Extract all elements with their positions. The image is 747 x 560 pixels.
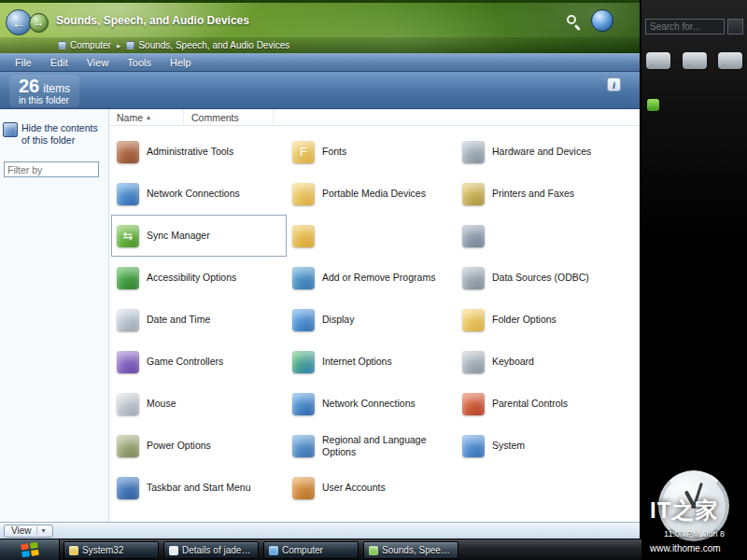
control-panel-item-display[interactable]: Display [287, 299, 457, 341]
printers-faxes-icon [462, 183, 485, 205]
control-panel-item-regional-and-language-options[interactable]: Regional and Language Options [287, 425, 457, 467]
chat-bubble-icon[interactable] [718, 52, 742, 69]
control-panel-item-network-connections[interactable]: Network Connections [111, 173, 287, 215]
display-icon [292, 309, 315, 331]
control-panel-item-label: User Accounts [322, 482, 386, 493]
control-panel-item-label: Administrative Tools [147, 146, 233, 157]
column-name-label: Name [117, 112, 143, 123]
globe-button[interactable] [591, 9, 613, 32]
sidebar-search-go-button[interactable] [727, 19, 743, 35]
network-connections-icon [292, 393, 315, 415]
view-button-label: View [11, 525, 32, 536]
sounds-speech-and-audio-devices-icon [126, 41, 134, 49]
control-panel-item-administrative-tools[interactable]: Administrative Tools [111, 131, 287, 173]
game-controllers-icon [117, 351, 139, 373]
sidebar-search-input[interactable] [645, 19, 725, 35]
control-panel-item-add-or-remove-programs[interactable]: Add or Remove Programs [287, 257, 457, 299]
control-panel-item-label: Date and Time [147, 314, 210, 325]
control-panel-item-label: Fonts [322, 146, 346, 157]
control-panel-item-fonts[interactable]: FFonts [287, 131, 457, 173]
breadcrumb-item-computer[interactable]: Computer [58, 40, 111, 50]
control-panel-item-network-connections[interactable]: Network Connections [287, 383, 457, 425]
info-button[interactable]: i [607, 77, 621, 91]
control-panel-item-label: Game Controllers [147, 356, 223, 367]
menu-file[interactable]: File [6, 55, 41, 70]
menu-bar: FileEditViewToolsHelp [0, 53, 640, 72]
control-panel-item-portable-media-devices[interactable]: Portable Media Devices [287, 173, 457, 215]
filter-input[interactable] [4, 161, 99, 177]
user-accounts-icon [292, 477, 315, 499]
start-button[interactable] [0, 539, 60, 560]
taskbar-button-computer[interactable]: Computer [263, 541, 359, 559]
control-panel-item-user-accounts[interactable]: User Accounts [287, 467, 457, 509]
item-count-unit: items [43, 82, 70, 95]
taskbar-button-system32[interactable]: System32 [63, 541, 159, 559]
control-panel-item-printers-and-faxes[interactable]: Printers and Faxes [457, 173, 640, 215]
column-headers: Name ▴ Comments [109, 109, 640, 126]
control-panel-grid: Administrative ToolsFFontsHardware and D… [109, 126, 640, 509]
item-count-block: 26items in this folder [9, 75, 79, 107]
network-connections-icon [117, 183, 139, 205]
column-header-name[interactable]: Name ▴ [109, 109, 184, 125]
search-icon[interactable] [567, 15, 582, 30]
messenger-buddy-icon[interactable] [647, 99, 659, 111]
taskbar-start-menu-icon [117, 477, 139, 499]
watermark-url: www.ithome.com [650, 543, 721, 553]
item-count: 26 [19, 76, 39, 96]
control-panel-item-unlabeled[interactable] [287, 215, 457, 257]
column-comments-label: Comments [191, 112, 239, 123]
internet-options-icon [292, 351, 315, 373]
dropdown-arrow-icon: ▾ [36, 526, 46, 535]
hardware-devices-icon [462, 141, 485, 163]
control-panel-item-power-options[interactable]: Power Options [111, 425, 287, 467]
control-panel-item-taskbar-and-start-menu[interactable]: Taskbar and Start Menu [111, 467, 287, 509]
control-panel-item-accessibility-options[interactable]: Accessibility Options [111, 257, 287, 299]
system32-icon [69, 546, 78, 555]
view-button[interactable]: View ▾ [4, 525, 53, 538]
control-panel-item-hardware-and-devices[interactable]: Hardware and Devices [457, 131, 640, 173]
chat-bubble-icon[interactable] [646, 52, 670, 69]
clock-caption: 11:03 PM, Jun 8 [641, 529, 747, 539]
control-panel-item-game-controllers[interactable]: Game Controllers [111, 341, 287, 383]
forward-button[interactable]: → [29, 13, 49, 33]
control-panel-item-label: Portable Media Devices [322, 188, 426, 199]
desktop-sidebar: IT之家 11:03 PM, Jun 8 www.ithome.com [641, 0, 747, 560]
computer-icon [58, 41, 66, 49]
hide-contents-link[interactable]: Hide the contents of this folder [0, 122, 108, 147]
back-button[interactable]: ← [6, 9, 32, 35]
control-panel-item-data-sources-odbc[interactable]: Data Sources (ODBC) [457, 257, 640, 299]
menu-tools[interactable]: Tools [118, 55, 161, 70]
folder-content: Name ▴ Comments Administrative ToolsFFon… [109, 109, 640, 522]
control-panel-item-label: Sync Manager [147, 230, 210, 241]
control-panel-item-date-and-time[interactable]: Date and Time [111, 299, 287, 341]
control-panel-item-unlabeled[interactable] [457, 215, 640, 257]
breadcrumb-item-sounds-speech-and-audio-devices[interactable]: Sounds, Speech, and Audio Devices [126, 40, 289, 50]
taskbar-button-sounds-speech-a[interactable]: Sounds, Speech, a... [363, 541, 458, 559]
column-header-comments[interactable]: Comments [184, 109, 274, 125]
menu-view[interactable]: View [78, 55, 119, 70]
control-panel-item-mouse[interactable]: Mouse [111, 383, 287, 425]
taskbar-button-details-of-jade-mss[interactable]: Details of jade.mss... [163, 541, 259, 559]
control-panel-item-keyboard[interactable]: Keyboard [457, 341, 640, 383]
window-body: Hide the contents of this folder Name ▴ … [0, 109, 640, 522]
window-titlebar: ← → Sounds, Speech, and Audio Devices Co… [0, 0, 640, 53]
control-panel-item-label: Add or Remove Programs [322, 272, 435, 283]
device-icon [462, 225, 485, 247]
date-time-icon [117, 309, 139, 331]
computer-icon [269, 546, 278, 555]
menu-help[interactable]: Help [161, 55, 201, 70]
breadcrumb-label: Computer [70, 40, 111, 50]
details-of-jade-mss-icon [169, 546, 178, 555]
control-panel-item-internet-options[interactable]: Internet Options [287, 341, 457, 383]
menu-edit[interactable]: Edit [41, 55, 78, 70]
control-panel-item-system[interactable]: System [457, 425, 640, 467]
control-panel-item-label: Network Connections [147, 188, 240, 199]
control-panel-item-folder-options[interactable]: Folder Options [457, 299, 640, 341]
portable-media-devices-icon [292, 183, 315, 205]
control-panel-item-label: Display [322, 314, 354, 325]
chat-bubble-icon[interactable] [683, 52, 707, 69]
control-panel-item-sync-manager[interactable]: ⇆Sync Manager [111, 215, 287, 257]
control-panel-item-parental-controls[interactable]: Parental Controls [457, 383, 640, 425]
control-panel-item-label: Printers and Faxes [492, 188, 574, 199]
taskbar-button-label: Sounds, Speech, a... [382, 545, 453, 555]
